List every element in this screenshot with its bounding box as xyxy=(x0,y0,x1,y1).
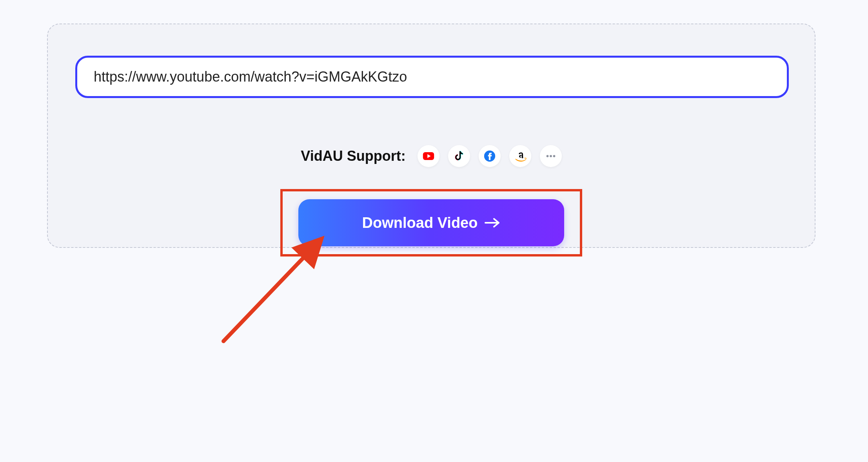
supports-label: VidAU Support: xyxy=(301,148,405,164)
tiktok-icon xyxy=(448,145,470,167)
svg-line-6 xyxy=(223,247,314,341)
svg-point-3 xyxy=(550,155,552,157)
amazon-icon xyxy=(509,145,531,167)
arrow-right-icon xyxy=(485,217,500,228)
download-video-button[interactable]: Download Video xyxy=(298,199,564,246)
download-card: VidAU Support: xyxy=(47,24,815,248)
svg-point-2 xyxy=(546,155,548,157)
download-video-label: Download Video xyxy=(362,215,478,231)
more-icon[interactable] xyxy=(540,145,562,167)
svg-point-4 xyxy=(553,155,555,157)
supports-row: VidAU Support: xyxy=(48,145,815,167)
download-highlight-box: Download Video xyxy=(280,189,582,256)
youtube-icon xyxy=(418,145,439,167)
facebook-icon xyxy=(479,145,501,167)
url-input[interactable] xyxy=(75,56,789,98)
